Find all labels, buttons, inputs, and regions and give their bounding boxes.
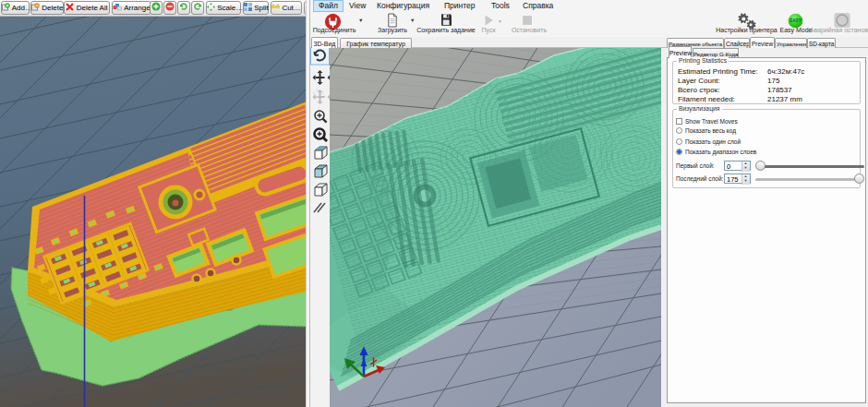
svg-text:EASY: EASY bbox=[790, 18, 801, 23]
